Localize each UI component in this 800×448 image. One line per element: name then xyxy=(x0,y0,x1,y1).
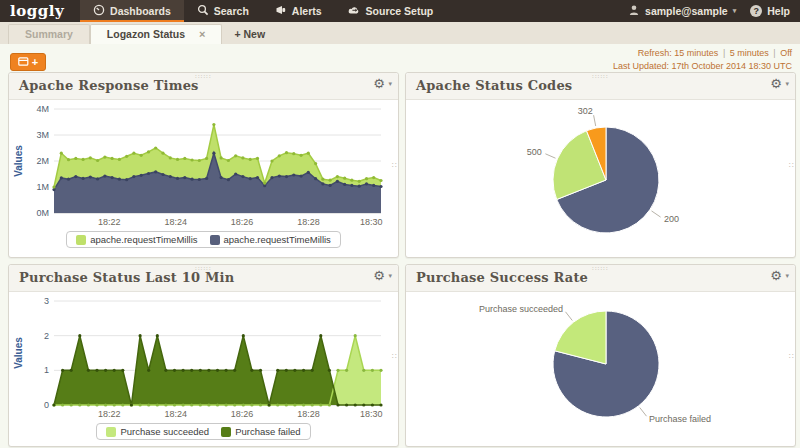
legend-swatch xyxy=(221,427,231,437)
panel-drag-handle[interactable]: ∷∷∷ xyxy=(592,265,608,272)
panel-resize-handle[interactable]: ∷ xyxy=(789,351,794,360)
panel-apache-response-times: ∷∷∷ Apache Response Times ⚙ ▾ 0M1M2M3M4M… xyxy=(8,72,399,258)
svg-text:18:26: 18:26 xyxy=(231,217,254,227)
panel-settings-button[interactable]: ⚙ ▾ xyxy=(770,268,789,283)
refresh-option-5min[interactable]: 5 minutes xyxy=(730,48,769,58)
legend-item[interactable]: Purchase succeeded xyxy=(106,426,209,437)
cloud-icon xyxy=(348,4,361,18)
gear-icon: ⚙ xyxy=(373,268,385,283)
apache-response-times-chart[interactable]: 0M1M2M3M4MValues18:2218:2418:2618:2818:3… xyxy=(12,102,393,230)
svg-text:18:24: 18:24 xyxy=(164,409,187,419)
svg-text:18:30: 18:30 xyxy=(360,409,383,419)
loggly-logo[interactable]: loggly xyxy=(0,0,80,22)
legend-label: apache.requestTimeMillis xyxy=(224,234,331,245)
help-icon: ? xyxy=(750,5,762,17)
add-widget-button[interactable]: + xyxy=(10,53,46,71)
svg-text:18:22: 18:22 xyxy=(98,409,121,419)
svg-text:Purchase failed: Purchase failed xyxy=(649,414,711,424)
nav-item-dashboards[interactable]: Dashboards xyxy=(80,0,184,22)
svg-text:0M: 0M xyxy=(36,208,49,218)
svg-text:Values: Values xyxy=(13,145,24,177)
gear-icon: ⚙ xyxy=(373,76,385,91)
caret-down-icon: ▾ xyxy=(733,7,737,15)
tab-logazon-status[interactable]: Logazon Status × xyxy=(90,24,223,44)
panel-resize-handle[interactable]: ∷ xyxy=(392,161,397,170)
widget-icon xyxy=(18,55,30,70)
alerts-megaphone-icon xyxy=(275,4,287,18)
legend-item[interactable]: Purchase failed xyxy=(221,426,300,437)
user-menu[interactable]: sample@sample ▾ xyxy=(628,4,736,18)
refresh-option-off[interactable]: Off xyxy=(780,48,792,58)
panel-purchase-success-rate: ∷∷∷ Purchase Success Rate ⚙ ▾ Purchase f… xyxy=(405,264,796,447)
new-tab-button[interactable]: + New xyxy=(222,25,277,44)
refresh-option-15min[interactable]: 15 minutes xyxy=(674,48,718,58)
svg-text:18:30: 18:30 xyxy=(360,217,383,227)
nav-label: Search xyxy=(214,5,249,17)
gear-icon: ⚙ xyxy=(770,76,782,91)
help-label: Help xyxy=(767,5,790,17)
search-icon xyxy=(197,4,209,18)
dashboards-gauge-icon xyxy=(93,4,105,18)
legend-item[interactable]: apache.requestTimeMillis xyxy=(210,234,331,245)
plus-icon: + xyxy=(32,57,38,67)
gear-icon: ⚙ xyxy=(770,268,782,283)
svg-text:0: 0 xyxy=(44,400,49,410)
svg-text:3: 3 xyxy=(44,296,49,306)
panel-resize-handle[interactable]: ∷ xyxy=(789,161,794,170)
panel-apache-status-codes: ∷∷∷ Apache Status Codes ⚙ ▾ 200500302 ∷ xyxy=(405,72,796,258)
user-icon xyxy=(628,4,640,18)
svg-text:500: 500 xyxy=(527,147,542,157)
main-nav: Dashboards Search Alerts Source Setup xyxy=(80,0,446,22)
svg-text:Purchase succeeded: Purchase succeeded xyxy=(479,304,563,314)
nav-label: Dashboards xyxy=(110,5,171,17)
panel-drag-handle[interactable]: ∷∷∷ xyxy=(195,73,211,80)
svg-text:Values: Values xyxy=(13,337,24,369)
svg-text:18:28: 18:28 xyxy=(297,217,320,227)
panel-settings-button[interactable]: ⚙ ▾ xyxy=(373,76,392,91)
caret-down-icon: ▾ xyxy=(388,272,392,279)
refresh-label: Refresh: xyxy=(638,48,672,58)
legend-label: Purchase failed xyxy=(235,426,300,437)
separator: | xyxy=(771,48,777,58)
legend-swatch xyxy=(76,235,86,245)
username: sample@sample xyxy=(645,5,728,17)
svg-text:2: 2 xyxy=(44,331,49,341)
svg-text:18:28: 18:28 xyxy=(297,409,320,419)
panel-body: Purchase failedPurchase succeeded xyxy=(406,292,795,444)
apache-status-codes-pie[interactable]: 200500302 xyxy=(409,102,790,254)
svg-text:18:22: 18:22 xyxy=(98,217,121,227)
svg-text:1M: 1M xyxy=(36,182,49,192)
svg-text:4M: 4M xyxy=(36,104,49,114)
tab-summary[interactable]: Summary xyxy=(8,24,90,44)
dashboard-tabbar: Summary Logazon Status × + New xyxy=(0,22,800,44)
nav-label: Source Setup xyxy=(366,5,434,17)
purchase-status-chart[interactable]: 0123Values18:2218:2418:2618:2818:30 xyxy=(12,294,393,422)
panel-body: 0M1M2M3M4MValues18:2218:2418:2618:2818:3… xyxy=(9,100,398,248)
help-button[interactable]: ? Help xyxy=(750,5,790,17)
svg-text:302: 302 xyxy=(578,106,593,116)
purchase-success-rate-pie[interactable]: Purchase failedPurchase succeeded xyxy=(409,294,790,444)
panel-drag-handle[interactable]: ∷∷∷ xyxy=(195,265,211,272)
nav-label: Alerts xyxy=(292,5,322,17)
nav-item-alerts[interactable]: Alerts xyxy=(262,0,335,22)
nav-item-search[interactable]: Search xyxy=(184,0,262,22)
chart-legend: Purchase succeeded Purchase failed xyxy=(12,423,395,440)
chart-legend: apache.requestTimeMillis apache.requestT… xyxy=(12,231,395,248)
svg-text:18:26: 18:26 xyxy=(231,409,254,419)
last-updated: Last Updated: 17th October 2014 18:30 UT… xyxy=(613,60,792,73)
close-icon[interactable]: × xyxy=(199,25,205,44)
panel-body: 200500302 xyxy=(406,100,795,254)
svg-text:2M: 2M xyxy=(36,156,49,166)
panel-settings-button[interactable]: ⚙ ▾ xyxy=(373,268,392,283)
dashboard-content: Refresh: 15 minutes | 5 minutes | Off La… xyxy=(0,44,800,448)
legend-item[interactable]: apache.requestTimeMillis xyxy=(76,234,197,245)
refresh-controls: Refresh: 15 minutes | 5 minutes | Off La… xyxy=(613,47,792,72)
panel-drag-handle[interactable]: ∷∷∷ xyxy=(592,73,608,80)
panel-settings-button[interactable]: ⚙ ▾ xyxy=(770,76,789,91)
nav-item-source-setup[interactable]: Source Setup xyxy=(335,0,447,22)
topbar: loggly Dashboards Search Alerts xyxy=(0,0,800,22)
panel-purchase-status: ∷∷∷ Purchase Status Last 10 Min ⚙ ▾ 0123… xyxy=(8,264,399,447)
caret-down-icon: ▾ xyxy=(785,272,789,279)
loggly-dashboard-screen: loggly Dashboards Search Alerts xyxy=(0,0,800,448)
panel-resize-handle[interactable]: ∷ xyxy=(392,351,397,360)
